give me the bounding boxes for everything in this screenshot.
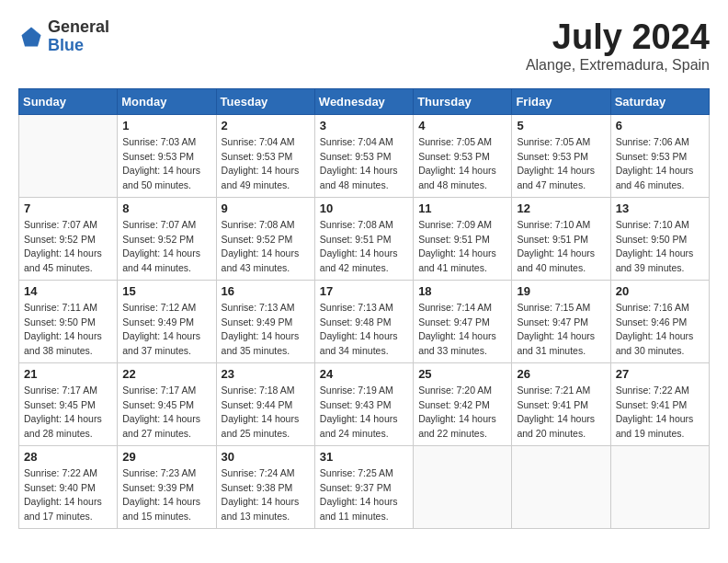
logo-blue-text: Blue xyxy=(48,37,109,55)
day-info: Sunrise: 7:18 AMSunset: 9:44 PMDaylight:… xyxy=(222,384,310,442)
day-number: 30 xyxy=(222,450,310,464)
calendar-cell: 20Sunrise: 7:16 AMSunset: 9:46 PMDayligh… xyxy=(610,280,709,362)
day-number: 19 xyxy=(517,284,605,298)
day-info: Sunrise: 7:21 AMSunset: 9:41 PMDaylight:… xyxy=(517,384,605,442)
calendar-cell: 26Sunrise: 7:21 AMSunset: 9:41 PMDayligh… xyxy=(512,362,610,445)
day-info: Sunrise: 7:17 AMSunset: 9:45 PMDaylight:… xyxy=(122,384,210,442)
day-info: Sunrise: 7:03 AMSunset: 9:53 PMDaylight:… xyxy=(122,135,210,193)
calendar-week-5: 28Sunrise: 7:22 AMSunset: 9:40 PMDayligh… xyxy=(19,445,710,528)
day-number: 1 xyxy=(122,119,210,132)
day-info: Sunrise: 7:04 AMSunset: 9:53 PMDaylight:… xyxy=(222,135,310,193)
calendar-cell xyxy=(610,445,709,528)
day-number: 24 xyxy=(320,367,408,381)
day-info: Sunrise: 7:24 AMSunset: 9:38 PMDaylight:… xyxy=(222,466,310,524)
day-info: Sunrise: 7:09 AMSunset: 9:51 PMDaylight:… xyxy=(418,218,506,276)
calendar-cell xyxy=(19,114,118,197)
calendar-cell: 15Sunrise: 7:12 AMSunset: 9:49 PMDayligh… xyxy=(118,280,216,362)
day-number: 25 xyxy=(418,367,506,381)
day-number: 6 xyxy=(616,119,704,132)
calendar-cell xyxy=(414,445,512,528)
day-number: 28 xyxy=(24,450,112,464)
day-info: Sunrise: 7:16 AMSunset: 9:46 PMDaylight:… xyxy=(616,301,704,359)
day-number: 9 xyxy=(222,201,310,215)
day-number: 16 xyxy=(222,284,310,298)
weekday-header-wednesday: Wednesday xyxy=(314,88,413,114)
calendar-cell: 9Sunrise: 7:08 AMSunset: 9:52 PMDaylight… xyxy=(216,197,314,280)
day-number: 26 xyxy=(517,367,605,381)
calendar-cell: 25Sunrise: 7:20 AMSunset: 9:42 PMDayligh… xyxy=(414,362,512,445)
calendar-cell xyxy=(512,445,610,528)
calendar-cell: 27Sunrise: 7:22 AMSunset: 9:41 PMDayligh… xyxy=(610,362,709,445)
day-info: Sunrise: 7:08 AMSunset: 9:51 PMDaylight:… xyxy=(320,218,408,276)
calendar-cell: 10Sunrise: 7:08 AMSunset: 9:51 PMDayligh… xyxy=(314,197,413,280)
day-info: Sunrise: 7:17 AMSunset: 9:45 PMDaylight:… xyxy=(24,384,112,442)
day-info: Sunrise: 7:07 AMSunset: 9:52 PMDaylight:… xyxy=(122,218,210,276)
calendar-cell: 31Sunrise: 7:25 AMSunset: 9:37 PMDayligh… xyxy=(314,445,413,528)
day-number: 12 xyxy=(517,201,605,215)
day-number: 23 xyxy=(222,367,310,381)
day-info: Sunrise: 7:23 AMSunset: 9:39 PMDaylight:… xyxy=(122,466,210,524)
calendar-cell: 4Sunrise: 7:05 AMSunset: 9:53 PMDaylight… xyxy=(414,114,512,197)
day-info: Sunrise: 7:11 AMSunset: 9:50 PMDaylight:… xyxy=(24,301,112,359)
day-number: 3 xyxy=(320,119,408,132)
day-number: 2 xyxy=(222,119,310,132)
day-number: 8 xyxy=(122,201,210,215)
day-number: 5 xyxy=(517,119,605,132)
calendar-cell: 13Sunrise: 7:10 AMSunset: 9:50 PMDayligh… xyxy=(610,197,709,280)
calendar-week-1: 1Sunrise: 7:03 AMSunset: 9:53 PMDaylight… xyxy=(19,114,710,197)
svg-marker-0 xyxy=(22,27,41,46)
calendar-cell: 24Sunrise: 7:19 AMSunset: 9:43 PMDayligh… xyxy=(314,362,413,445)
calendar-cell: 3Sunrise: 7:04 AMSunset: 9:53 PMDaylight… xyxy=(314,114,413,197)
day-number: 18 xyxy=(418,284,506,298)
day-info: Sunrise: 7:07 AMSunset: 9:52 PMDaylight:… xyxy=(24,218,112,276)
day-info: Sunrise: 7:10 AMSunset: 9:51 PMDaylight:… xyxy=(517,218,605,276)
day-info: Sunrise: 7:05 AMSunset: 9:53 PMDaylight:… xyxy=(517,135,605,193)
day-info: Sunrise: 7:13 AMSunset: 9:48 PMDaylight:… xyxy=(320,301,408,359)
logo: General Blue xyxy=(18,18,109,55)
calendar-cell: 23Sunrise: 7:18 AMSunset: 9:44 PMDayligh… xyxy=(216,362,314,445)
calendar-cell: 6Sunrise: 7:06 AMSunset: 9:53 PMDaylight… xyxy=(610,114,709,197)
weekday-header-monday: Monday xyxy=(118,88,216,114)
day-info: Sunrise: 7:05 AMSunset: 9:53 PMDaylight:… xyxy=(418,135,506,193)
calendar-week-3: 14Sunrise: 7:11 AMSunset: 9:50 PMDayligh… xyxy=(19,280,710,362)
day-number: 15 xyxy=(122,284,210,298)
weekday-header-saturday: Saturday xyxy=(610,88,709,114)
weekday-header-row: SundayMondayTuesdayWednesdayThursdayFrid… xyxy=(19,88,710,114)
calendar-cell: 14Sunrise: 7:11 AMSunset: 9:50 PMDayligh… xyxy=(19,280,118,362)
day-number: 11 xyxy=(418,201,506,215)
day-info: Sunrise: 7:06 AMSunset: 9:53 PMDaylight:… xyxy=(616,135,704,193)
day-info: Sunrise: 7:15 AMSunset: 9:47 PMDaylight:… xyxy=(517,301,605,359)
day-number: 10 xyxy=(320,201,408,215)
weekday-header-friday: Friday xyxy=(512,88,610,114)
day-info: Sunrise: 7:22 AMSunset: 9:40 PMDaylight:… xyxy=(24,466,112,524)
calendar-cell: 12Sunrise: 7:10 AMSunset: 9:51 PMDayligh… xyxy=(512,197,610,280)
calendar-cell: 30Sunrise: 7:24 AMSunset: 9:38 PMDayligh… xyxy=(216,445,314,528)
day-info: Sunrise: 7:10 AMSunset: 9:50 PMDaylight:… xyxy=(616,218,704,276)
calendar-cell: 16Sunrise: 7:13 AMSunset: 9:49 PMDayligh… xyxy=(216,280,314,362)
logo-icon xyxy=(18,24,44,50)
calendar-cell: 28Sunrise: 7:22 AMSunset: 9:40 PMDayligh… xyxy=(19,445,118,528)
calendar-week-4: 21Sunrise: 7:17 AMSunset: 9:45 PMDayligh… xyxy=(19,362,710,445)
calendar-title: July 2024 xyxy=(526,18,710,57)
day-number: 13 xyxy=(616,201,704,215)
calendar-cell: 21Sunrise: 7:17 AMSunset: 9:45 PMDayligh… xyxy=(19,362,118,445)
calendar-cell: 22Sunrise: 7:17 AMSunset: 9:45 PMDayligh… xyxy=(118,362,216,445)
day-info: Sunrise: 7:08 AMSunset: 9:52 PMDaylight:… xyxy=(222,218,310,276)
day-number: 4 xyxy=(418,119,506,132)
logo-text: General Blue xyxy=(48,18,109,55)
day-info: Sunrise: 7:13 AMSunset: 9:49 PMDaylight:… xyxy=(222,301,310,359)
day-number: 27 xyxy=(616,367,704,381)
calendar-table: SundayMondayTuesdayWednesdayThursdayFrid… xyxy=(18,88,710,529)
day-info: Sunrise: 7:14 AMSunset: 9:47 PMDaylight:… xyxy=(418,301,506,359)
weekday-header-sunday: Sunday xyxy=(19,88,118,114)
day-info: Sunrise: 7:04 AMSunset: 9:53 PMDaylight:… xyxy=(320,135,408,193)
day-number: 31 xyxy=(320,450,408,464)
calendar-cell: 17Sunrise: 7:13 AMSunset: 9:48 PMDayligh… xyxy=(314,280,413,362)
calendar-cell: 5Sunrise: 7:05 AMSunset: 9:53 PMDaylight… xyxy=(512,114,610,197)
day-number: 29 xyxy=(122,450,210,464)
day-number: 20 xyxy=(616,284,704,298)
calendar-week-2: 7Sunrise: 7:07 AMSunset: 9:52 PMDaylight… xyxy=(19,197,710,280)
calendar-cell: 7Sunrise: 7:07 AMSunset: 9:52 PMDaylight… xyxy=(19,197,118,280)
day-info: Sunrise: 7:22 AMSunset: 9:41 PMDaylight:… xyxy=(616,384,704,442)
weekday-header-thursday: Thursday xyxy=(414,88,512,114)
